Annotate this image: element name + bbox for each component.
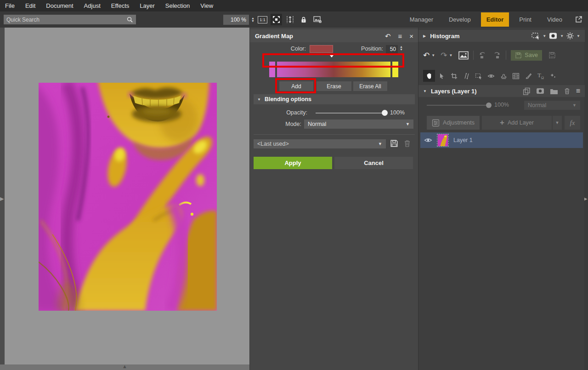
cancel-button[interactable]: Cancel [334, 157, 413, 169]
menu-view[interactable]: View [200, 2, 213, 9]
clone-stamp-tool[interactable] [498, 70, 509, 82]
opacity-slider[interactable] [316, 113, 384, 114]
layer-opacity-handle[interactable] [486, 102, 492, 108]
layer-thumbnail[interactable] [437, 134, 449, 147]
gradient-start-swatch[interactable] [269, 62, 275, 77]
gear-icon[interactable] [566, 32, 574, 40]
tab-video[interactable]: Video [542, 12, 568, 27]
save-as-button[interactable] [548, 51, 556, 59]
zoom-spinner[interactable]: ▲ ▼ [251, 17, 254, 23]
menu-layer[interactable]: Layer [140, 2, 155, 9]
menu-selection[interactable]: Selection [165, 2, 190, 9]
zoom-spin-down-icon[interactable]: ▼ [251, 20, 254, 23]
rotate-right-icon[interactable] [492, 51, 501, 60]
layer-mask-icon[interactable] [536, 87, 544, 95]
crop-tool[interactable] [448, 70, 460, 82]
tab-editor[interactable]: Editor [481, 12, 509, 27]
reset-icon[interactable]: ↶ [385, 33, 391, 40]
menu-adjust[interactable]: Adjust [84, 2, 101, 9]
close-icon[interactable]: × [409, 33, 413, 40]
delete-layer-trash-icon[interactable] [564, 87, 571, 95]
redo-history-chevron-icon[interactable]: ▼ [449, 53, 452, 57]
erase-all-stops-button[interactable]: Erase All [353, 81, 387, 91]
search-input[interactable] [6, 17, 126, 23]
fit-height-button[interactable] [284, 14, 296, 25]
preview-settings-button[interactable] [312, 14, 323, 25]
layer-row-layer1[interactable]: Layer 1 [420, 132, 583, 148]
preset-dropdown[interactable]: <Last used> ▼ [254, 139, 386, 148]
expand-left-icon[interactable]: ▶ [0, 196, 4, 202]
red-eye-tool[interactable] [485, 70, 497, 82]
undo-history-chevron-icon[interactable]: ▼ [431, 53, 435, 57]
chevron-down-icon[interactable]: ▼ [577, 34, 580, 38]
layer-blend-mode-dropdown[interactable]: Normal ▼ [524, 101, 580, 110]
top-toolbar: ▲ ▼ 1:1 [0, 11, 588, 28]
search-icon[interactable] [126, 16, 133, 23]
menu-edit[interactable]: Edit [25, 2, 35, 9]
layer-effects-button[interactable]: fx [565, 116, 580, 130]
save-button[interactable]: Save [511, 50, 542, 61]
deform-mesh-tool[interactable] [510, 70, 522, 82]
zoom-level-input[interactable] [223, 15, 249, 25]
right-panel-collapse-strip[interactable]: ▶ [584, 28, 588, 370]
open-external-button[interactable] [575, 16, 582, 23]
opacity-slider-handle[interactable] [382, 110, 388, 116]
mask-overlay-icon[interactable] [548, 32, 558, 40]
zoom-1to1-button[interactable]: 1:1 [257, 14, 268, 25]
tab-print[interactable]: Print [514, 12, 537, 27]
bottom-filmstrip-collapse[interactable]: ▲ [0, 364, 249, 370]
tab-manager[interactable]: Manager [404, 12, 439, 27]
layers-header[interactable]: ▼ Layers (Layer 1) [418, 85, 585, 97]
straighten-tool[interactable] [460, 70, 472, 82]
save-preset-button[interactable] [390, 139, 398, 148]
menu-effects[interactable]: Effects [111, 2, 130, 9]
tab-develop[interactable]: Develop [443, 12, 476, 27]
retouch-brush-tool[interactable] [522, 70, 534, 82]
histogram-header[interactable]: ▶ Histogram ▼ ▼ [418, 30, 585, 42]
gradient-end-swatch[interactable] [392, 62, 398, 77]
editor-canvas[interactable] [5, 28, 249, 364]
blending-options-header[interactable]: ▼ Blending options [254, 94, 415, 104]
delete-preset-button[interactable] [403, 139, 411, 148]
duplicate-layer-icon[interactable] [523, 87, 531, 95]
selection-tools-icon[interactable] [531, 32, 540, 40]
redo-icon[interactable]: ↷ [441, 51, 447, 59]
position-input[interactable] [386, 45, 398, 53]
gradient-preview-bar[interactable] [277, 62, 390, 77]
menu-document[interactable]: Document [46, 2, 73, 9]
opacity-row: Opacity: 100% [250, 109, 418, 117]
photo-canvas[interactable] [39, 83, 217, 311]
stop-color-swatch[interactable] [310, 45, 333, 53]
chevron-down-icon[interactable]: ▼ [543, 34, 546, 38]
layer-visibility-eye-icon[interactable] [424, 137, 432, 143]
left-panel-collapse-strip[interactable]: ▶ [0, 28, 5, 370]
gradient-stop-marker[interactable] [330, 55, 334, 57]
add-layer-button[interactable]: + Add Layer [482, 116, 552, 130]
add-layer-chevron-button[interactable]: ▼ [553, 116, 562, 130]
move-select-tool[interactable] [435, 70, 447, 82]
panel-menu-icon[interactable]: ≡ [398, 33, 402, 40]
apply-button[interactable]: Apply [254, 157, 332, 169]
selection-tool[interactable] [473, 70, 485, 82]
show-original-icon[interactable] [458, 51, 469, 60]
fit-to-screen-button[interactable] [271, 14, 282, 25]
expand-bottom-icon[interactable]: ▲ [122, 364, 127, 369]
text-tool[interactable]: TΩ [535, 70, 547, 82]
layer-opacity-slider[interactable] [427, 105, 489, 106]
opacity-label: Opacity: [255, 109, 307, 116]
add-stop-button[interactable]: Add [279, 81, 313, 91]
position-spinner[interactable]: ▲ ▼ [400, 46, 403, 51]
blend-mode-dropdown[interactable]: Normal ▼ [304, 120, 413, 129]
layers-menu-icon[interactable]: ≡ [576, 87, 580, 95]
lock-zoom-button[interactable] [298, 14, 310, 25]
effects-tool[interactable] [547, 70, 559, 82]
menu-file[interactable]: File [5, 2, 15, 9]
chevron-down-icon[interactable]: ▼ [560, 34, 564, 38]
layer-group-folder-icon[interactable] [550, 88, 558, 95]
undo-icon[interactable]: ↶ [423, 51, 430, 59]
hand-tool[interactable] [423, 70, 435, 82]
position-spin-down-icon[interactable]: ▼ [400, 48, 403, 51]
erase-stop-button[interactable]: Erase [317, 81, 351, 91]
adjustments-button[interactable]: Adjustments [427, 116, 480, 130]
rotate-left-icon[interactable] [478, 51, 487, 60]
